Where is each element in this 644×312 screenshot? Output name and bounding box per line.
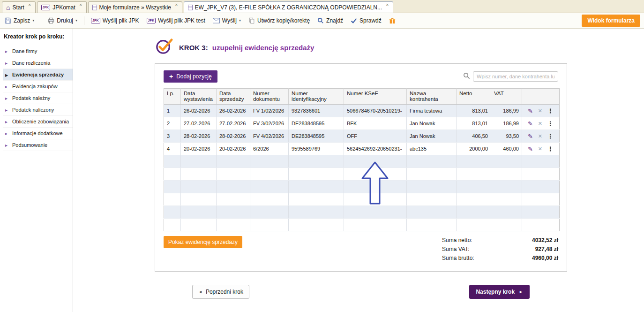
col-actions bbox=[522, 89, 560, 105]
cell-issue-date: 27-02-2026 bbox=[181, 117, 217, 130]
next-step-button[interactable]: Następny krok ► bbox=[469, 285, 530, 299]
row-menu-icon[interactable]: ⋮ bbox=[547, 108, 554, 114]
cell-tax-id bbox=[289, 168, 344, 181]
delete-row-icon[interactable]: ✕ bbox=[538, 121, 542, 126]
find-button[interactable]: Znajdź bbox=[316, 16, 344, 25]
copy-correction-button[interactable]: Utwórz kopię/korektę bbox=[247, 16, 311, 25]
gift-button[interactable] bbox=[388, 16, 397, 25]
edit-row-icon[interactable]: ✎ bbox=[528, 133, 533, 139]
delete-row-icon[interactable]: ✕ bbox=[538, 134, 542, 139]
tab-close-icon[interactable]: ✕ bbox=[175, 3, 178, 7]
cell-issue-date: 20-02-2026 bbox=[181, 143, 217, 155]
cell-ksef-number: OFF bbox=[344, 130, 407, 143]
cell-netto bbox=[457, 155, 491, 168]
form-view-button[interactable]: Widok formularza bbox=[582, 15, 640, 27]
step-arrow-icon bbox=[5, 84, 9, 89]
cell-lp bbox=[164, 219, 181, 231]
total-row: Suma brutto: 4960,00 zł bbox=[442, 255, 558, 261]
browser-tab[interactable]: EW_JPK_V7 (3), E-FILE SPÓŁKA Z OGRANICZO… bbox=[184, 1, 393, 13]
sidebar-step-label: Informacje dodatkowe bbox=[12, 130, 63, 136]
previous-step-button[interactable]: ◄ Poprzedni krok bbox=[192, 285, 249, 299]
sidebar-step-item[interactable]: Dane firmy bbox=[3, 46, 73, 57]
find-label: Znajdź bbox=[326, 17, 343, 24]
sidebar-step-label: Podatek naliczony bbox=[12, 107, 54, 113]
tab-close-icon[interactable]: ✕ bbox=[386, 3, 389, 7]
delete-row-icon[interactable]: ✕ bbox=[538, 108, 542, 114]
save-button[interactable]: Zapisz ▾ bbox=[4, 16, 35, 25]
cell-tax-id bbox=[289, 155, 344, 168]
cell-contractor bbox=[407, 168, 457, 181]
table-row: ✎ ✕ ⋮ bbox=[164, 181, 560, 193]
chevron-down-icon[interactable]: ▾ bbox=[75, 19, 77, 23]
row-menu-icon[interactable]: ⋮ bbox=[547, 121, 554, 127]
wizard-nav: ◄ Poprzedni krok Następny krok ► bbox=[155, 272, 567, 299]
form-icon bbox=[92, 5, 97, 10]
show-register-button[interactable]: Pokaż ewidencję sprzedaży bbox=[164, 236, 242, 248]
step-arrow-icon bbox=[5, 95, 9, 101]
cell-lp: 4 bbox=[164, 143, 181, 155]
cell-contractor: Jan Nowak bbox=[407, 130, 457, 143]
chevron-down-icon[interactable]: ▾ bbox=[32, 19, 34, 23]
browser-tab[interactable]: JPKomat ✕ bbox=[37, 1, 87, 13]
cell-vat: 93,50 bbox=[491, 130, 522, 143]
add-entry-button[interactable]: + Dodaj pozycję bbox=[164, 70, 217, 83]
cell-lp: 2 bbox=[164, 117, 181, 130]
total-label: Suma brutto: bbox=[442, 255, 474, 261]
search-input[interactable] bbox=[473, 71, 558, 82]
tab-label: JPKomat bbox=[52, 4, 75, 11]
send-jpk-test-button[interactable]: Wyślij plik JPK test bbox=[146, 16, 206, 25]
sidebar-step-item[interactable]: Ewidencja zakupów bbox=[3, 81, 73, 92]
sidebar-step-item[interactable]: Dane rozliczenia bbox=[3, 57, 73, 69]
sidebar-step-item[interactable]: Ewidencja sprzedaży bbox=[3, 69, 73, 81]
delete-row-icon[interactable]: ✕ bbox=[538, 146, 542, 152]
sidebar-step-item[interactable]: Podatek należny bbox=[3, 92, 73, 104]
main-area: KROK 3: uzupełnij ewidencję sprzedaży + … bbox=[73, 29, 644, 312]
cell-ksef-number: BFK bbox=[344, 117, 407, 130]
cell-actions: ✎ ✕ ⋮ bbox=[522, 155, 560, 168]
cell-sale-date: 26-02-2026 bbox=[217, 105, 250, 117]
edit-row-icon[interactable]: ✎ bbox=[528, 108, 533, 114]
cell-ksef-number bbox=[344, 181, 407, 193]
jpk-file-icon bbox=[147, 18, 156, 23]
row-menu-icon[interactable]: ⋮ bbox=[547, 146, 554, 152]
content-area: Kreator krok po kroku: Dane firmy Dane r… bbox=[0, 29, 644, 312]
check-button[interactable]: Sprawdź bbox=[350, 16, 382, 25]
step-wizard-sidebar: Kreator krok po kroku: Dane firmy Dane r… bbox=[0, 29, 73, 312]
row-menu-icon[interactable]: ⋮ bbox=[547, 133, 554, 139]
send-button[interactable]: Wyślij ▾ bbox=[212, 16, 242, 25]
cell-lp: 1 bbox=[164, 105, 181, 117]
toolbar-divider bbox=[84, 16, 84, 25]
sidebar-step-item[interactable]: Obliczenie zobowiązania bbox=[3, 116, 73, 128]
cell-lp bbox=[164, 155, 181, 168]
cell-netto bbox=[457, 181, 491, 193]
cell-tax-id bbox=[289, 206, 344, 219]
tab-close-icon[interactable]: ✕ bbox=[79, 3, 82, 7]
sidebar-step-label: Dane rozliczenia bbox=[12, 60, 50, 66]
cell-actions: ✎ ✕ ⋮ bbox=[522, 219, 560, 231]
cell-ksef-number bbox=[344, 168, 407, 181]
cell-actions: ✎ ✕ ⋮ bbox=[522, 193, 560, 206]
edit-row-icon[interactable]: ✎ bbox=[528, 146, 533, 152]
tab-close-icon[interactable]: ✕ bbox=[28, 3, 31, 7]
edit-row-icon[interactable]: ✎ bbox=[528, 121, 533, 127]
browser-tab[interactable]: Moje formularze » Wszystkie ✕ bbox=[88, 1, 182, 13]
cell-lp bbox=[164, 181, 181, 193]
browser-tab[interactable]: Start ✕ bbox=[2, 1, 36, 13]
printer-icon bbox=[48, 17, 54, 24]
print-button[interactable]: Drukuj ▾ bbox=[47, 16, 78, 25]
copy-correction-label: Utwórz kopię/korektę bbox=[257, 17, 310, 24]
step-header: KROK 3: uzupełnij ewidencję sprzedaży bbox=[155, 38, 644, 57]
step-arrow-icon bbox=[5, 130, 9, 136]
cell-lp bbox=[164, 193, 181, 206]
panel-action-row: + Dodaj pozycję bbox=[164, 70, 558, 83]
sidebar-step-item[interactable]: Podatek naliczony bbox=[3, 104, 73, 116]
sidebar-step-item[interactable]: Informacje dodatkowe bbox=[3, 128, 73, 139]
cell-tax-id bbox=[289, 181, 344, 193]
table-row: ✎ ✕ ⋮ bbox=[164, 155, 560, 168]
chevron-down-icon[interactable]: ▾ bbox=[239, 19, 241, 23]
send-jpk-button[interactable]: Wyślij plik JPK bbox=[90, 16, 140, 25]
cell-netto bbox=[457, 206, 491, 219]
toolbar-divider bbox=[41, 16, 41, 25]
sidebar-step-item[interactable]: Podsumowanie bbox=[3, 139, 73, 151]
table-row: ✎ ✕ ⋮ bbox=[164, 193, 560, 206]
